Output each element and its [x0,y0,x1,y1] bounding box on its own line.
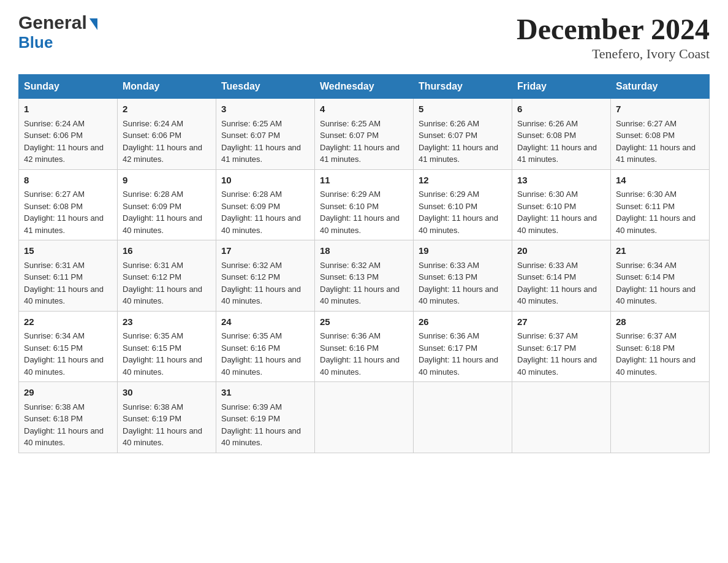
day-number: 9 [123,174,211,188]
day-number: 10 [221,174,309,188]
daylight-text: Daylight: 11 hours and 42 minutes. [24,143,104,164]
title-block: December 2024 Tenefero, Ivory Coast [517,12,710,62]
sunrise-text: Sunrise: 6:37 AM [517,331,578,340]
calendar-cell: 16 Sunrise: 6:31 AM Sunset: 6:12 PM Dayl… [118,240,216,312]
day-number: 11 [320,174,408,188]
sunset-text: Sunset: 6:17 PM [419,343,477,353]
day-number: 27 [517,315,605,329]
daylight-text: Daylight: 11 hours and 40 minutes. [419,355,498,377]
logo-arrow-icon [89,18,97,30]
page-title: December 2024 [517,12,710,46]
calendar-cell: 7 Sunrise: 6:27 AM Sunset: 6:08 PM Dayli… [611,99,710,170]
sunset-text: Sunset: 6:09 PM [221,202,280,211]
calendar-cell: 14 Sunrise: 6:30 AM Sunset: 6:11 PM Dayl… [611,169,710,240]
calendar-cell: 5 Sunrise: 6:26 AM Sunset: 6:07 PM Dayli… [414,99,512,170]
calendar-cell: 15 Sunrise: 6:31 AM Sunset: 6:11 PM Dayl… [19,240,118,312]
day-number: 28 [616,315,704,329]
calendar-week-4: 22 Sunrise: 6:34 AM Sunset: 6:15 PM Dayl… [19,311,710,382]
calendar-cell: 3 Sunrise: 6:25 AM Sunset: 6:07 PM Dayli… [216,99,315,170]
logo: General Blue [18,12,97,52]
daylight-text: Daylight: 11 hours and 41 minutes. [517,143,597,164]
sunset-text: Sunset: 6:07 PM [320,131,379,140]
daylight-text: Daylight: 11 hours and 42 minutes. [123,143,202,164]
day-number: 7 [616,102,704,117]
calendar-cell: 12 Sunrise: 6:29 AM Sunset: 6:10 PM Dayl… [414,169,512,240]
sunset-text: Sunset: 6:19 PM [221,414,280,423]
sunrise-text: Sunrise: 6:28 AM [221,190,282,199]
sunrise-text: Sunrise: 6:30 AM [517,190,578,199]
daylight-text: Daylight: 11 hours and 40 minutes. [320,355,400,377]
sunrise-text: Sunrise: 6:25 AM [221,119,282,128]
calendar-cell: 30 Sunrise: 6:38 AM Sunset: 6:19 PM Dayl… [118,382,216,453]
day-number: 22 [24,315,112,329]
calendar-cell: 29 Sunrise: 6:38 AM Sunset: 6:18 PM Dayl… [19,382,118,453]
col-header-tuesday: Tuesday [216,75,315,99]
sunset-text: Sunset: 6:15 PM [24,343,83,353]
day-number: 8 [24,174,112,188]
sunset-text: Sunset: 6:08 PM [517,131,576,140]
sunrise-text: Sunrise: 6:39 AM [221,402,282,412]
daylight-text: Daylight: 11 hours and 40 minutes. [221,213,301,235]
sunrise-text: Sunrise: 6:29 AM [320,190,381,199]
day-number: 4 [320,102,408,117]
calendar-cell: 25 Sunrise: 6:36 AM Sunset: 6:16 PM Dayl… [315,311,414,382]
daylight-text: Daylight: 11 hours and 40 minutes. [517,285,597,306]
day-number: 31 [221,386,309,400]
calendar-cell: 6 Sunrise: 6:26 AM Sunset: 6:08 PM Dayli… [512,99,611,170]
day-number: 19 [419,244,507,258]
calendar-cell: 2 Sunrise: 6:24 AM Sunset: 6:06 PM Dayli… [118,99,216,170]
day-number: 23 [123,315,211,329]
daylight-text: Daylight: 11 hours and 40 minutes. [320,213,400,235]
page-subtitle: Tenefero, Ivory Coast [517,46,710,62]
calendar-cell: 26 Sunrise: 6:36 AM Sunset: 6:17 PM Dayl… [414,311,512,382]
col-header-wednesday: Wednesday [315,75,414,99]
sunrise-text: Sunrise: 6:30 AM [616,190,677,199]
calendar-cell [512,382,611,453]
logo-general-text: General [18,12,87,33]
calendar-cell: 11 Sunrise: 6:29 AM Sunset: 6:10 PM Dayl… [315,169,414,240]
sunrise-text: Sunrise: 6:33 AM [517,261,578,270]
sunset-text: Sunset: 6:19 PM [123,414,181,423]
sunrise-text: Sunrise: 6:26 AM [419,119,479,128]
daylight-text: Daylight: 11 hours and 41 minutes. [24,213,104,235]
day-number: 18 [320,244,408,258]
sunrise-text: Sunrise: 6:35 AM [221,331,282,340]
sunrise-text: Sunrise: 6:32 AM [221,261,282,270]
calendar-week-2: 8 Sunrise: 6:27 AM Sunset: 6:08 PM Dayli… [19,169,710,240]
calendar-cell: 27 Sunrise: 6:37 AM Sunset: 6:17 PM Dayl… [512,311,611,382]
sunset-text: Sunset: 6:11 PM [616,202,675,211]
sunset-text: Sunset: 6:14 PM [616,272,675,282]
daylight-text: Daylight: 11 hours and 40 minutes. [221,426,301,448]
logo-blue-text: Blue [18,33,53,52]
day-number: 1 [24,102,112,117]
col-header-monday: Monday [118,75,216,99]
sunset-text: Sunset: 6:09 PM [123,202,181,211]
day-number: 20 [517,244,605,258]
sunrise-text: Sunrise: 6:31 AM [24,261,85,270]
sunrise-text: Sunrise: 6:36 AM [320,331,381,340]
daylight-text: Daylight: 11 hours and 40 minutes. [419,285,498,306]
daylight-text: Daylight: 11 hours and 40 minutes. [616,285,696,306]
calendar-header-row: SundayMondayTuesdayWednesdayThursdayFrid… [19,75,710,99]
sunrise-text: Sunrise: 6:28 AM [123,190,183,199]
calendar-cell: 28 Sunrise: 6:37 AM Sunset: 6:18 PM Dayl… [611,311,710,382]
sunrise-text: Sunrise: 6:34 AM [616,261,677,270]
day-number: 5 [419,102,507,117]
sunrise-text: Sunrise: 6:33 AM [419,261,479,270]
calendar-cell: 20 Sunrise: 6:33 AM Sunset: 6:14 PM Dayl… [512,240,611,312]
day-number: 2 [123,102,211,117]
sunset-text: Sunset: 6:13 PM [320,272,379,282]
calendar-cell: 10 Sunrise: 6:28 AM Sunset: 6:09 PM Dayl… [216,169,315,240]
col-header-thursday: Thursday [414,75,512,99]
calendar-cell [414,382,512,453]
calendar-cell: 22 Sunrise: 6:34 AM Sunset: 6:15 PM Dayl… [19,311,118,382]
daylight-text: Daylight: 11 hours and 40 minutes. [616,213,696,235]
calendar-cell: 17 Sunrise: 6:32 AM Sunset: 6:12 PM Dayl… [216,240,315,312]
page-header: General Blue December 2024 Tenefero, Ivo… [18,12,710,62]
day-number: 14 [616,174,704,188]
calendar-body: 1 Sunrise: 6:24 AM Sunset: 6:06 PM Dayli… [19,99,710,453]
sunset-text: Sunset: 6:10 PM [419,202,477,211]
calendar-week-5: 29 Sunrise: 6:38 AM Sunset: 6:18 PM Dayl… [19,382,710,453]
sunset-text: Sunset: 6:15 PM [123,343,181,353]
daylight-text: Daylight: 11 hours and 40 minutes. [517,355,597,377]
